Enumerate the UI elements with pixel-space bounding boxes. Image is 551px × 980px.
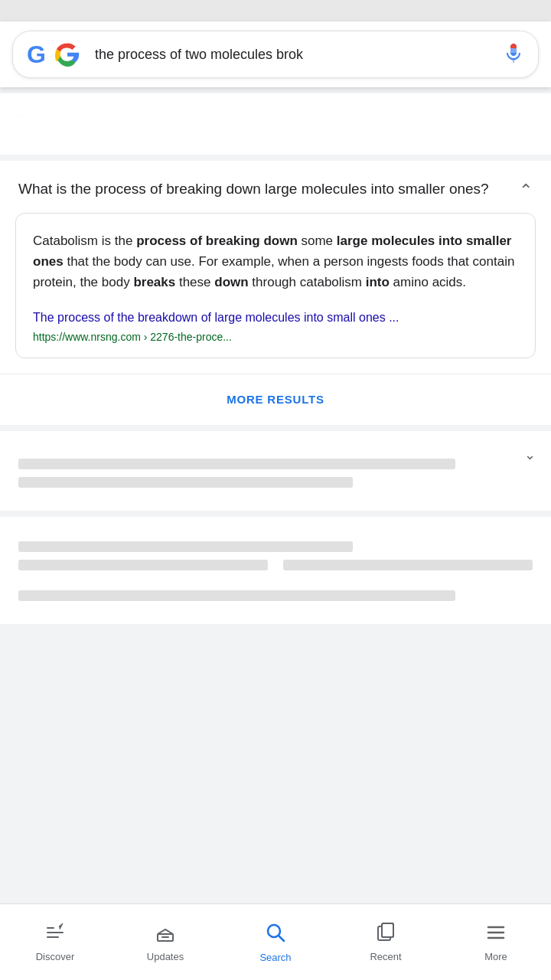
search-bar[interactable]: G — [12, 31, 539, 78]
source-link[interactable]: The process of the breakdown of large mo… — [33, 309, 518, 344]
google-g-icon — [52, 39, 83, 70]
source-link-title[interactable]: The process of the breakdown of large mo… — [33, 309, 518, 327]
updates-icon — [155, 922, 176, 946]
nav-item-more[interactable]: More — [441, 904, 551, 980]
search-icon — [264, 921, 287, 947]
chevron-down-icon: ⌄ — [524, 446, 536, 463]
nav-label-updates: Updates — [147, 951, 184, 962]
more-icon — [485, 922, 507, 946]
placeholder-line-3 — [18, 541, 353, 552]
chevron-up-icon[interactable]: ⌃ — [519, 181, 533, 201]
answer-box: Catabolism is the process of breaking do… — [15, 213, 536, 358]
more-results-button[interactable]: MORE RESULTS — [227, 393, 324, 406]
svg-line-6 — [279, 936, 284, 941]
placeholder-line-1 — [18, 459, 455, 469]
nav-item-recent[interactable]: Recent — [331, 904, 441, 980]
status-bar — [0, 0, 551, 21]
search-input[interactable] — [95, 47, 491, 63]
search-bar-container: G — [0, 21, 551, 87]
placeholder-line-5 — [283, 560, 533, 570]
nav-label-more: More — [484, 951, 507, 962]
recent-icon — [375, 922, 396, 946]
nav-item-updates[interactable]: Updates — [110, 904, 220, 980]
source-url: https://www.nrsng.com › 2276-the-proce..… — [33, 331, 232, 343]
question-answer-card: What is the process of breaking down lar… — [0, 161, 551, 425]
question-header[interactable]: What is the process of breaking down lar… — [0, 161, 551, 213]
partial-card-1: ⌄ — [0, 431, 551, 511]
bottom-navigation: Discover Updates Search — [0, 903, 551, 980]
top-partial-card: · — [0, 93, 551, 155]
nav-item-discover[interactable]: Discover — [0, 904, 110, 980]
nav-item-search[interactable]: Search — [220, 904, 331, 980]
more-results-container: MORE RESULTS — [0, 374, 551, 425]
main-content: · What is the process of breaking down l… — [0, 93, 551, 708]
mic-icon[interactable] — [503, 42, 524, 67]
question-text: What is the process of breaking down lar… — [18, 179, 519, 200]
svg-rect-8 — [382, 923, 393, 937]
answer-text: Catabolism is the process of breaking do… — [33, 230, 518, 293]
nav-label-recent: Recent — [370, 951, 401, 962]
placeholder-line-2 — [18, 477, 353, 488]
nav-label-search: Search — [259, 952, 291, 963]
partial-card-2 — [0, 517, 551, 624]
discover-icon — [44, 922, 66, 946]
nav-label-discover: Discover — [36, 951, 75, 962]
placeholder-line-4 — [18, 560, 268, 570]
placeholder-line-6 — [18, 590, 455, 601]
google-logo: G — [27, 42, 46, 67]
